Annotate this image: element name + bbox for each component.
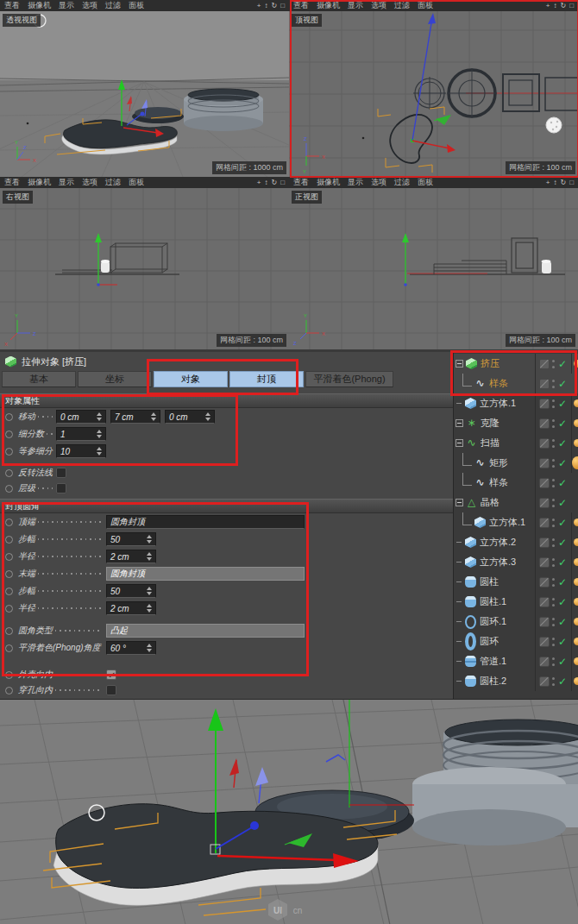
enabled-check-icon[interactable]: ✓	[558, 617, 567, 627]
menu-view[interactable]: 查看	[293, 0, 309, 11]
visibility-dots-icon[interactable]	[552, 498, 556, 508]
bottom-steps-field[interactable]: 50	[106, 584, 156, 598]
om-item-tube-1[interactable]: 管道.1 ✓	[454, 651, 578, 671]
visibility-dots-icon[interactable]	[552, 438, 556, 449]
om-item-cube-1b[interactable]: 立方体.1 ✓	[454, 512, 578, 532]
visibility-dots-icon[interactable]	[552, 458, 556, 468]
layer-square-icon[interactable]	[539, 379, 550, 389]
bottom-radius-field[interactable]: 2 cm	[106, 601, 156, 615]
layer-square-icon[interactable]	[539, 657, 550, 667]
viewport-scene-main[interactable]: UI cn	[0, 700, 578, 924]
fillet-type-dropdown[interactable]: 凸起	[106, 624, 305, 638]
menu-view[interactable]: 查看	[4, 0, 20, 11]
maximize-icon[interactable]: □	[280, 2, 285, 9]
pan-icon[interactable]: +	[257, 2, 261, 9]
enabled-check-icon[interactable]: ✓	[558, 557, 567, 568]
visibility-dots-icon[interactable]	[552, 418, 556, 429]
om-item-cube-1[interactable]: 立方体.1 ✓	[454, 393, 578, 413]
layer-square-icon[interactable]	[539, 617, 550, 627]
material-tag-icon[interactable]	[574, 538, 578, 546]
menu-panel[interactable]: 面板	[418, 177, 433, 188]
menu-filter[interactable]: 过滤	[105, 177, 121, 188]
enabled-check-icon[interactable]: ✓	[558, 379, 567, 389]
visibility-dots-icon[interactable]	[552, 637, 556, 647]
viewport-top[interactable]: 查看 摄像机 显示 选项 过滤 面板 + ↕ ↻ □ 顶视图 网格间距 : 10…	[289, 0, 578, 177]
visibility-dots-icon[interactable]	[552, 577, 556, 588]
menu-panel[interactable]: 面板	[418, 0, 433, 11]
pan-icon[interactable]: +	[546, 179, 550, 186]
zoom-icon[interactable]: ↕	[553, 179, 556, 186]
material-tag-icon[interactable]	[574, 419, 578, 427]
zoom-icon[interactable]: ↕	[264, 2, 267, 9]
menu-options[interactable]: 选项	[371, 177, 386, 188]
om-item-cylinder-1[interactable]: 圆柱.1 ✓	[454, 592, 578, 612]
layer-square-icon[interactable]	[539, 557, 550, 568]
visibility-dots-icon[interactable]	[552, 518, 556, 528]
maximize-icon[interactable]: □	[569, 2, 574, 9]
material-tag-icon[interactable]	[574, 558, 578, 566]
enabled-check-icon[interactable]: ✓	[558, 537, 567, 548]
layer-square-icon[interactable]	[539, 438, 550, 449]
material-tag-icon[interactable]	[574, 399, 578, 407]
layer-square-icon[interactable]	[539, 498, 550, 508]
layer-square-icon[interactable]	[539, 478, 550, 488]
layer-square-icon[interactable]	[539, 637, 550, 647]
flip-normals-checkbox[interactable]	[56, 468, 66, 478]
top-radius-field[interactable]: 2 cm	[106, 550, 156, 563]
viewport-scene-perspective[interactable]: Y X Z	[0, 11, 289, 177]
collapse-icon[interactable]	[455, 360, 463, 368]
visibility-dots-icon[interactable]	[552, 379, 556, 389]
material-tag-icon[interactable]	[574, 578, 578, 586]
menu-camera[interactable]: 摄像机	[317, 177, 340, 188]
shell-inward-checkbox[interactable]: ✓	[106, 669, 116, 680]
bottom-end-dropdown[interactable]: 圆角封顶	[106, 567, 305, 581]
zoom-icon[interactable]: ↕	[264, 179, 267, 186]
om-item-cloner[interactable]: ∗ 克隆 ✓	[454, 413, 578, 433]
anim-dot-icon[interactable]	[5, 588, 13, 595]
anim-dot-icon[interactable]	[5, 431, 13, 438]
enabled-check-icon[interactable]: ✓	[558, 438, 567, 449]
menu-display[interactable]: 显示	[59, 177, 74, 188]
menu-panel[interactable]: 面板	[129, 0, 144, 11]
menu-display[interactable]: 显示	[59, 0, 74, 11]
visibility-dots-icon[interactable]	[552, 478, 556, 488]
anim-dot-icon[interactable]	[5, 448, 13, 456]
tab-basic[interactable]: 基本	[2, 371, 76, 387]
layer-square-icon[interactable]	[539, 458, 550, 468]
viewport-front[interactable]: 查看 摄像机 显示 选项 过滤 面板 + ↕ ↻ □ 正视图 网格间距 : 10…	[289, 177, 578, 349]
om-item-sweep[interactable]: ∿ 扫描 ✓	[454, 433, 578, 453]
om-item-spline-2[interactable]: ∿ 样条 ✓	[454, 473, 578, 493]
menu-options[interactable]: 选项	[82, 177, 97, 188]
anim-dot-icon[interactable]	[5, 627, 13, 635]
viewport-scene-top[interactable]: Z X Y	[289, 11, 578, 177]
viewport-right[interactable]: 查看 摄像机 显示 选项 过滤 面板 + ↕ ↻ □ 右视图 网格间距 : 10…	[0, 177, 289, 349]
visibility-dots-icon[interactable]	[552, 399, 556, 409]
move-z-field[interactable]: 0 cm	[165, 410, 215, 424]
pan-icon[interactable]: +	[257, 179, 261, 186]
hierarchy-checkbox[interactable]	[56, 483, 66, 493]
layer-square-icon[interactable]	[539, 676, 550, 687]
anim-dot-icon[interactable]	[5, 644, 13, 652]
maximize-icon[interactable]: □	[280, 179, 285, 186]
anim-dot-icon[interactable]	[5, 536, 13, 544]
menu-display[interactable]: 显示	[348, 0, 363, 11]
material-tag-icon[interactable]	[574, 360, 578, 368]
om-item-cylinder-2[interactable]: 圆柱.2 ✓	[454, 671, 578, 691]
collapse-icon[interactable]	[455, 499, 463, 506]
rotate-icon[interactable]: ↻	[560, 179, 566, 186]
menu-view[interactable]: 查看	[293, 177, 309, 188]
menu-camera[interactable]: 摄像机	[28, 0, 51, 11]
menu-panel[interactable]: 面板	[129, 177, 144, 188]
menu-options[interactable]: 选项	[371, 0, 386, 11]
om-item-extrude[interactable]: 挤压 ✓	[454, 354, 578, 374]
material-tag-icon[interactable]	[574, 519, 578, 526]
menu-filter[interactable]: 过滤	[394, 177, 410, 188]
visibility-dots-icon[interactable]	[552, 557, 556, 568]
rotate-icon[interactable]: ↻	[271, 179, 277, 186]
pan-icon[interactable]: +	[546, 2, 550, 9]
phong-angle-field[interactable]: 60 °	[106, 641, 156, 655]
material-tag-icon[interactable]	[574, 677, 578, 685]
layer-square-icon[interactable]	[539, 537, 550, 548]
visibility-dots-icon[interactable]	[552, 359, 556, 369]
visibility-dots-icon[interactable]	[552, 617, 556, 627]
